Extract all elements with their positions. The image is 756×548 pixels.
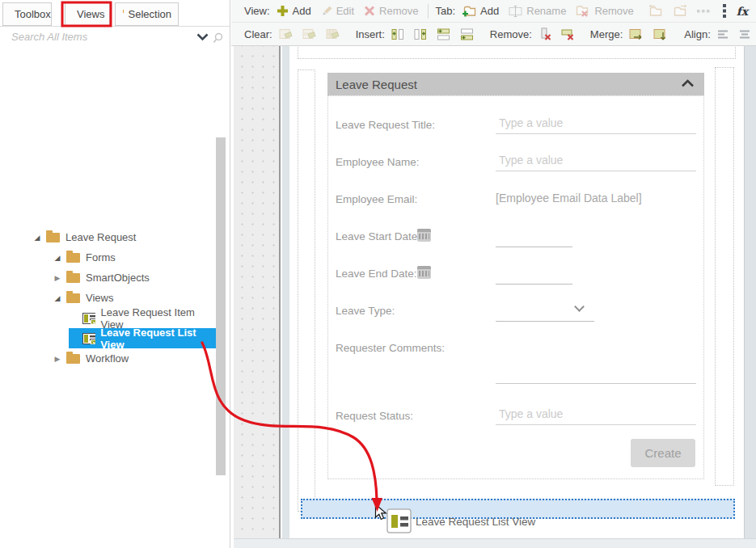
remove-row-icon [561,27,574,40]
insert-row-below-button[interactable] [455,24,479,44]
empty-table-row[interactable] [298,46,736,59]
tree-item-label: Forms [86,251,116,263]
align-center-icon [739,29,751,40]
tree-item-label: Workflow [86,352,129,365]
view-add-button[interactable]: Add [272,2,316,21]
tree-item-label: SmartObjects [86,272,150,284]
tree-item-leave-request-item-view[interactable]: Leave Request Item View [0,308,230,328]
plus-icon [277,5,289,17]
tab-selection[interactable]: Selection [115,2,179,26]
employee-email-data-label[interactable]: [Employee Email Data Label] [496,187,696,204]
insert-row-above-button[interactable] [432,24,455,44]
remove-column-icon [538,27,551,40]
view-edit-button[interactable]: Edit [316,2,359,21]
explorer-panel: Toolbox Views Selection Search All Items [0,0,230,548]
tab-views[interactable]: Views [65,2,110,26]
expander-open-icon[interactable]: ◢ [32,234,42,242]
design-canvas-margin [234,46,281,548]
tree-item-leave-request-list-view[interactable]: Leave Request List View [0,328,230,348]
view-remove-label: Remove [379,5,418,17]
insert-column-left-button[interactable] [386,24,409,44]
input-placeholder: Type a value [496,112,696,133]
insert-column-right-button[interactable] [409,24,432,44]
clear-row-button[interactable] [298,24,321,44]
tab-move-right-icon [673,5,687,17]
tab-toolbox[interactable]: Toolbox [2,2,52,26]
employee-name-input[interactable]: Type a value [496,150,696,171]
calendar-icon[interactable] [417,229,431,242]
tab-rename-label: Rename [526,5,566,17]
fx-icon: fx [737,5,748,18]
tree-item-forms[interactable]: ◢ Forms [0,247,230,268]
align-left-button[interactable] [712,24,734,44]
tab-toolbox-label: Toolbox [15,8,51,20]
calendar-icon[interactable] [417,266,431,279]
leave-request-title-input[interactable]: Type a value [496,112,696,134]
tab-remove-button[interactable]: Remove [571,2,638,21]
tree-item-label: Views [86,292,113,304]
tab-views-label: Views [77,8,104,20]
field-label: Employee Name: [336,156,420,168]
tab-group-label: Tab: [436,5,456,17]
canvas-gutter-right [744,46,756,548]
tree-item-smartobjects[interactable]: ▶ SmartObjects [0,268,230,288]
expander-closed-icon[interactable]: ▶ [53,274,62,282]
clear-table-button[interactable] [321,24,344,44]
leave-end-date-input[interactable] [496,261,572,285]
canvas-bottom-scrollbar[interactable] [234,538,756,548]
expander-open-icon[interactable]: ◢ [53,254,62,262]
chevron-up-icon[interactable] [681,78,695,88]
align-center-button[interactable] [734,24,756,44]
merge-right-icon [629,28,644,40]
pencil-icon [321,6,332,17]
search-icon[interactable] [213,32,224,44]
tree-item-views[interactable]: ◢ Views [0,288,230,308]
leave-start-date-input[interactable] [496,224,572,247]
search-input[interactable]: Search All Items [11,31,87,43]
expander-open-icon[interactable]: ◢ [53,294,62,302]
scrollbar-thumb[interactable] [216,137,226,475]
field-label: Leave End Date: [336,268,417,280]
clear-cell-button[interactable] [274,24,298,44]
tab-move-left-button[interactable] [644,2,668,21]
x-icon [364,6,375,16]
tab-add-button[interactable]: Add [457,2,504,21]
expander-closed-icon[interactable]: ▶ [53,355,62,363]
expression-button[interactable]: fx [732,2,753,21]
collapsible-panel-header[interactable]: Leave Request [327,73,704,95]
folder-icon [66,273,80,283]
create-button[interactable]: Create [631,439,695,467]
tab-move-right-button[interactable] [668,2,692,21]
chevron-down-icon[interactable] [196,33,209,41]
tree-item-workflow[interactable]: ▶ Workflow [0,348,230,369]
tab-add-label: Add [480,5,499,17]
rename-icon [509,6,522,17]
insert-column-right-icon [414,28,427,40]
field-label: Requester Comments: [336,342,445,354]
drag-handle-icon[interactable] [718,2,732,21]
field-label: Leave Start Date: [336,230,420,242]
insert-row-above-icon [437,28,450,40]
form-field-row: Leave Type: [336,298,696,322]
empty-table-cell-left[interactable] [298,70,315,512]
field-label: Employee Email: [336,193,417,205]
merge-down-button[interactable] [648,24,673,44]
requester-comments-textarea[interactable] [496,383,696,384]
empty-table-cell-right[interactable] [715,67,734,486]
clear-table-icon [326,28,340,40]
more-options-icon[interactable] [692,2,715,21]
panel-tab-bar: Toolbox Views Selection [0,0,230,27]
tree-item-leave-request[interactable]: ◢ Leave Request [0,227,230,247]
view-remove-button[interactable]: Remove [359,2,423,21]
remove-column-button[interactable] [534,24,556,44]
tab-remove-icon [576,5,590,17]
drag-ghost-view-icon [386,508,412,534]
request-status-input[interactable]: Type a value [496,403,696,425]
leave-type-dropdown[interactable] [496,298,594,322]
remove-group-label: Remove: [490,28,532,40]
view-icon [82,333,95,344]
remove-row-button[interactable] [556,24,579,44]
tab-rename-button[interactable]: Rename [504,2,571,21]
form-design-surface: Leave Request Leave Request Title: Type … [289,46,744,538]
merge-right-button[interactable] [624,24,648,44]
